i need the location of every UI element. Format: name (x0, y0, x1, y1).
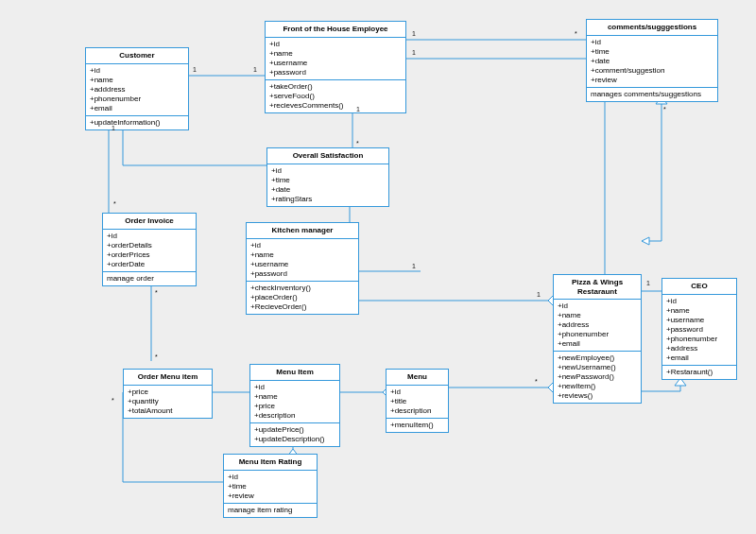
multiplicity: 1 (412, 263, 416, 269)
attrs: +id+name+address+phonenumber+email (554, 300, 641, 352)
multiplicity: 1 (112, 125, 115, 131)
class-title: comments/sugggestions (587, 20, 717, 36)
class-comments[interactable]: comments/sugggestions +id+time+date+comm… (586, 19, 718, 102)
multiplicity: 1 (646, 280, 650, 286)
class-order-menu-item[interactable]: Order Menu item +price+quantity+totalAmo… (123, 369, 213, 419)
attrs: +id+name+price+description (250, 381, 339, 423)
multiplicity: * (575, 30, 577, 37)
class-title: Order Menu item (124, 370, 212, 386)
attrs: +id+time+date+ratingStars (267, 164, 388, 206)
uml-canvas: Customer +id+name+adddress+phonenumber+e… (0, 0, 756, 534)
ops: +newEmployee()+newUsername()+newPassword… (554, 352, 641, 403)
attrs: +id+orderDetails+orderPrices+orderDate (103, 230, 196, 272)
multiplicity: 1 (537, 291, 541, 298)
class-title: Customer (86, 48, 188, 64)
multiplicity: * (535, 378, 538, 385)
attrs: +price+quantity+totalAmount (124, 386, 212, 418)
note: manage order (103, 272, 196, 285)
ops: +takeOrder()+serveFood()+recievesComment… (266, 80, 405, 112)
class-menu[interactable]: Menu +id+title+description +menuItem() (386, 369, 449, 433)
class-ceo[interactable]: CEO +id+name+username+password+phonenumb… (662, 278, 737, 380)
multiplicity: 1 (356, 106, 360, 112)
multiplicity: 1 (412, 49, 416, 56)
ops: +checkInventory()+placeOrder()+RecieveOr… (247, 282, 358, 314)
multiplicity: * (155, 289, 158, 296)
class-kitchen-manager[interactable]: Kitchen manager +id+name+username+passwo… (246, 222, 359, 315)
ops: +updatePrice()+updateDescription() (250, 423, 339, 446)
note: manage item rating (224, 504, 317, 517)
multiplicity: * (356, 140, 359, 146)
multiplicity: * (155, 353, 158, 360)
class-title: Front of the House Employee (266, 22, 405, 38)
class-restaurant[interactable]: Pizza & Wings Restaraunt +id+name+addres… (553, 274, 642, 404)
class-menu-item[interactable]: Menu Item +id+name+price+description +up… (249, 364, 340, 447)
ops: +updateInformation() (86, 116, 188, 129)
multiplicity: * (113, 200, 116, 207)
multiplicity: * (663, 106, 666, 112)
class-title: Kitchen manager (247, 223, 358, 239)
note: manages comments/suggestions (587, 88, 717, 101)
class-title: Menu (387, 370, 448, 386)
attrs: +id+name+username+password+phonenumber+a… (662, 295, 736, 366)
attrs: +id+name+adddress+phonenumber+email (86, 64, 188, 116)
svg-marker-24 (642, 237, 649, 245)
class-title: Menu Item (250, 365, 339, 381)
class-title: Order Invoice (103, 214, 196, 230)
multiplicity: 1 (412, 30, 416, 37)
attrs: +id+title+description (387, 386, 448, 419)
class-title: Pizza & Wings Restaraunt (554, 275, 641, 300)
multiplicity: 1 (193, 66, 197, 73)
ops: +menuItem() (387, 419, 448, 432)
class-menu-item-rating[interactable]: Menu Item Rating +id+time+review manage … (223, 454, 318, 518)
class-satisfaction[interactable]: Overall Satisfaction +id+time+date+ratin… (266, 147, 389, 207)
class-order-invoice[interactable]: Order Invoice +id+orderDetails+orderPric… (102, 213, 197, 286)
class-title: Menu Item Rating (224, 455, 317, 471)
attrs: +id+name+username+password (266, 38, 405, 80)
attrs: +id+name+username+password (247, 239, 358, 282)
class-foh-employee[interactable]: Front of the House Employee +id+name+use… (265, 21, 406, 113)
attrs: +id+time+date+comment/suggestion+review (587, 36, 717, 88)
multiplicity: 1 (253, 66, 257, 73)
ops: +Restaraunt() (662, 366, 736, 379)
attrs: +id+time+review (224, 471, 317, 504)
class-title: Overall Satisfaction (267, 148, 388, 164)
class-customer[interactable]: Customer +id+name+adddress+phonenumber+e… (85, 47, 189, 130)
class-title: CEO (662, 279, 736, 295)
multiplicity: * (112, 397, 114, 404)
